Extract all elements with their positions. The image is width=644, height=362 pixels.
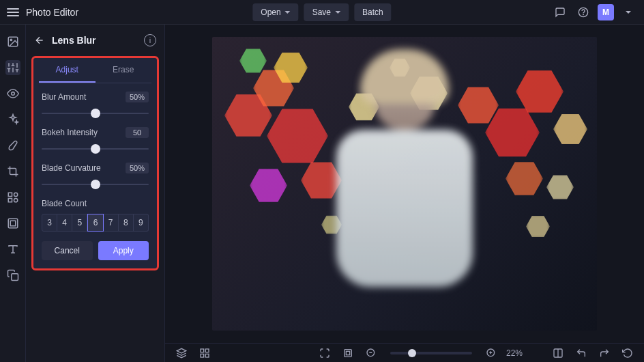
- lens-blur-card: Adjust Erase Blur Amount 50% Bokeh Inten…: [31, 56, 159, 270]
- apply-button[interactable]: Apply: [98, 241, 149, 260]
- zoom-value: 22%: [506, 348, 523, 358]
- clone-tool[interactable]: [5, 268, 20, 283]
- menu-icon[interactable]: [7, 6, 19, 18]
- chevron-down-icon: [335, 11, 340, 14]
- svg-rect-18: [8, 219, 18, 228]
- image-tool[interactable]: [5, 34, 20, 49]
- actual-size-icon[interactable]: [340, 345, 356, 361]
- blade-count-4[interactable]: 4: [57, 214, 72, 232]
- redo-icon[interactable]: [596, 345, 613, 361]
- app-title: Photo Editor: [26, 7, 78, 18]
- tool-rail: [0, 25, 26, 362]
- brush-tool[interactable]: [5, 138, 20, 153]
- grid-icon[interactable]: [196, 345, 213, 361]
- svg-point-3: [10, 39, 12, 40]
- svg-rect-20: [11, 274, 18, 281]
- bokeh-intensity-control: Bokeh Intensity 50: [42, 127, 149, 154]
- panel-title: Lens Blur: [52, 35, 96, 46]
- open-label: Open: [261, 8, 280, 17]
- bokeh-intensity-slider[interactable]: [42, 143, 149, 154]
- svg-rect-27: [346, 351, 349, 354]
- blade-curvature-value[interactable]: 50%: [126, 163, 149, 173]
- layers-icon[interactable]: [173, 345, 190, 361]
- chevron-down-icon: [626, 11, 631, 14]
- blade-count-9[interactable]: 9: [134, 214, 149, 232]
- blade-count-label: Blade Count: [42, 199, 87, 208]
- svg-rect-22: [201, 349, 204, 352]
- svg-rect-24: [201, 354, 204, 357]
- svg-rect-19: [10, 221, 16, 226]
- panel-tabs: Adjust Erase: [39, 58, 151, 83]
- blade-count-6[interactable]: 6: [87, 214, 103, 232]
- bokeh-intensity-value[interactable]: 50: [126, 127, 149, 138]
- canvas-wrap: [165, 25, 644, 343]
- compare-icon[interactable]: [550, 345, 566, 361]
- top-right: M: [551, 3, 637, 21]
- avatar[interactable]: M: [598, 4, 614, 20]
- blur-amount-value[interactable]: 50%: [126, 92, 149, 102]
- batch-label: Batch: [362, 8, 383, 17]
- eye-tool[interactable]: [5, 86, 20, 101]
- zoom-in-icon[interactable]: [483, 345, 499, 361]
- help-icon[interactable]: [574, 3, 592, 21]
- blade-count-7[interactable]: 7: [104, 214, 119, 232]
- tab-adjust[interactable]: Adjust: [39, 58, 96, 83]
- frame-tool[interactable]: [5, 216, 20, 231]
- svg-rect-16: [8, 199, 12, 202]
- svg-rect-14: [8, 193, 12, 196]
- tab-erase[interactable]: Erase: [96, 58, 152, 83]
- save-label: Save: [312, 8, 331, 17]
- fit-screen-icon[interactable]: [317, 345, 333, 361]
- zoom-out-icon[interactable]: [363, 345, 379, 361]
- canvas[interactable]: [212, 37, 597, 331]
- sparkle-tool[interactable]: [5, 112, 20, 127]
- canvas-area: 22%: [165, 25, 644, 362]
- svg-rect-26: [345, 349, 352, 357]
- bokeh-intensity-label: Bokeh Intensity: [42, 128, 98, 137]
- adjust-tool[interactable]: [5, 60, 20, 75]
- save-button[interactable]: Save: [304, 3, 349, 21]
- account-menu-chevron[interactable]: [619, 3, 637, 21]
- blade-count-control: Blade Count 3 4 5 6 7 8 9: [42, 198, 149, 232]
- svg-point-1: [583, 14, 584, 15]
- chevron-down-icon: [285, 11, 291, 14]
- blade-curvature-control: Blade Curvature 50%: [42, 163, 149, 190]
- comment-icon[interactable]: [551, 3, 569, 21]
- svg-rect-25: [205, 354, 209, 357]
- panel-header: Lens Blur i: [26, 30, 164, 51]
- open-button[interactable]: Open: [252, 3, 298, 21]
- back-button[interactable]: [34, 35, 45, 46]
- svg-point-15: [14, 193, 17, 196]
- subject-placeholder: [323, 55, 486, 301]
- cancel-button[interactable]: Cancel: [42, 241, 93, 260]
- top-center-controls: Open Save Batch: [252, 3, 391, 21]
- blade-count-3[interactable]: 3: [42, 214, 57, 232]
- text-tool[interactable]: [5, 242, 20, 257]
- status-bar: 22%: [165, 343, 644, 362]
- svg-point-13: [11, 92, 14, 96]
- crop-tool[interactable]: [5, 164, 20, 179]
- blur-amount-slider[interactable]: [42, 108, 149, 119]
- blur-amount-label: Blur Amount: [42, 92, 86, 102]
- svg-point-17: [14, 199, 17, 202]
- blade-curvature-label: Blade Curvature: [42, 163, 101, 173]
- undo-icon[interactable]: [573, 345, 589, 361]
- blade-count-5[interactable]: 5: [72, 214, 87, 232]
- blade-curvature-slider[interactable]: [42, 179, 149, 190]
- top-bar: Photo Editor Open Save Batch M: [0, 0, 644, 25]
- svg-marker-21: [177, 348, 186, 353]
- batch-button[interactable]: Batch: [354, 3, 392, 21]
- panel-actions: Cancel Apply: [42, 241, 149, 260]
- blur-amount-control: Blur Amount 50%: [42, 92, 149, 119]
- property-panel: Lens Blur i Adjust Erase Blur Amount 50%…: [26, 25, 165, 362]
- zoom-slider[interactable]: [390, 352, 472, 354]
- blade-count-segments: 3 4 5 6 7 8 9: [42, 214, 149, 232]
- info-icon[interactable]: i: [144, 34, 156, 46]
- main-layout: Lens Blur i Adjust Erase Blur Amount 50%…: [0, 25, 644, 362]
- svg-rect-23: [205, 349, 209, 352]
- reset-icon[interactable]: [619, 345, 636, 361]
- shapes-tool[interactable]: [5, 190, 20, 205]
- blade-count-8[interactable]: 8: [119, 214, 134, 232]
